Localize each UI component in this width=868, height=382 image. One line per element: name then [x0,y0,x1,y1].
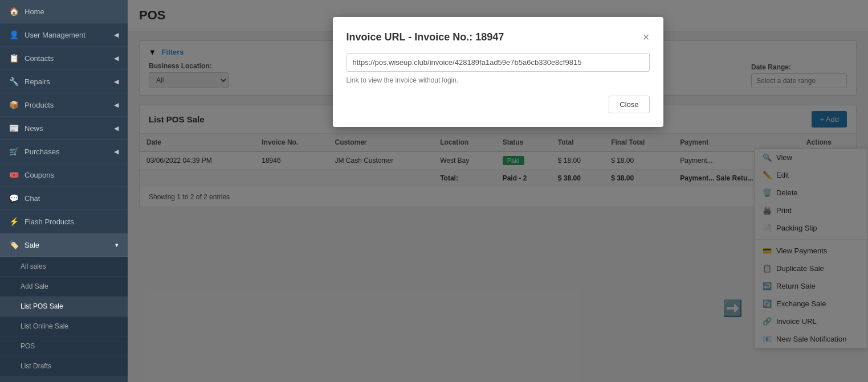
invoice-url-input[interactable] [347,53,650,72]
purchases-icon: 🛒 [9,147,19,156]
chevron-icon: ◀ [114,101,119,109]
sidebar-item-label: Repairs [25,77,50,86]
home-icon: 🏠 [9,7,19,16]
sidebar-item-label: News [25,124,43,133]
coupons-icon: 🎟️ [9,170,19,179]
sidebar-item-contacts[interactable]: 📋 Contacts ◀ [0,47,128,70]
sidebar-item-label: Purchases [25,147,59,156]
sidebar-item-label: Sale [25,241,39,249]
invoice-url-modal: Invoice URL - Invoice No.: 18947 × Link … [333,17,663,127]
chevron-icon: ◀ [114,55,119,62]
repairs-icon: 🔧 [9,77,19,86]
sidebar-item-label: User Management [25,31,85,39]
contacts-icon: 📋 [9,54,19,63]
modal-close-button[interactable]: × [643,31,650,44]
sidebar-subitem-label: POS [21,342,35,350]
sidebar-item-user-management[interactable]: 👤 User Management ◀ [0,23,128,47]
chevron-icon: ◀ [114,148,119,155]
sale-icon: 🏷️ [9,240,19,249]
products-icon: 📦 [9,100,19,109]
sale-submenu: All sales Add Sale List POS Sale List On… [0,257,128,376]
modal-header: Invoice URL - Invoice No.: 18947 × [347,31,650,44]
chevron-icon: ◀ [114,31,119,39]
sidebar-subitem-label: All sales [21,262,46,270]
flash-products-icon: ⚡ [9,217,19,226]
modal-hint: Link to view the invoice without login. [347,76,650,84]
sidebar-subitem-label: List POS Sale [21,302,63,310]
sidebar-item-news[interactable]: 📰 News ◀ [0,117,128,140]
sidebar-item-purchases[interactable]: 🛒 Purchases ◀ [0,140,128,163]
sidebar-item-chat[interactable]: 💬 Chat [0,187,128,210]
sidebar-item-label: Products [25,101,54,109]
modal-title: Invoice URL - Invoice No.: 18947 [347,31,504,43]
sidebar-subitem-all-sales[interactable]: All sales [0,257,128,277]
sidebar-subitem-list-pos-sale[interactable]: List POS Sale [0,297,128,317]
sidebar-subitem-list-drafts[interactable]: List Drafts [0,356,128,376]
sidebar-item-label: Flash Products [25,217,74,226]
modal-close-btn[interactable]: Close [609,96,649,113]
sidebar-subitem-list-online-sale[interactable]: List Online Sale [0,317,128,336]
chevron-down-icon: ▾ [115,241,119,249]
sidebar-item-label: Coupons [25,171,54,179]
sidebar-item-products[interactable]: 📦 Products ◀ [0,93,128,117]
sidebar: 🏠 Home 👤 User Management ◀ 📋 Contacts ◀ … [0,0,128,382]
chevron-icon: ◀ [114,125,119,132]
sidebar-subitem-label: Add Sale [21,282,48,290]
sidebar-subitem-add-sale[interactable]: Add Sale [0,277,128,297]
sidebar-item-home[interactable]: 🏠 Home [0,0,128,23]
sidebar-item-flash-products[interactable]: ⚡ Flash Products [0,210,128,233]
sidebar-subitem-label: List Drafts [21,362,51,370]
news-icon: 📰 [9,124,19,133]
sidebar-item-label: Chat [25,194,40,203]
chevron-icon: ◀ [114,78,119,85]
sidebar-item-sale[interactable]: 🏷️ Sale ▾ [0,233,128,257]
sidebar-item-label: Home [25,7,44,16]
sidebar-item-label: Contacts [25,54,54,63]
modal-overlay: Invoice URL - Invoice No.: 18947 × Link … [128,0,868,382]
user-management-icon: 👤 [9,30,19,39]
main-content: POS ▼ Filters Business Location: All Dat… [128,0,868,382]
sidebar-subitem-label: List Online Sale [21,322,68,330]
modal-footer: Close [347,96,650,113]
sidebar-item-coupons[interactable]: 🎟️ Coupons [0,163,128,187]
sidebar-item-repairs[interactable]: 🔧 Repairs ◀ [0,70,128,93]
sidebar-subitem-pos[interactable]: POS [0,336,128,356]
chat-icon: 💬 [9,194,19,203]
